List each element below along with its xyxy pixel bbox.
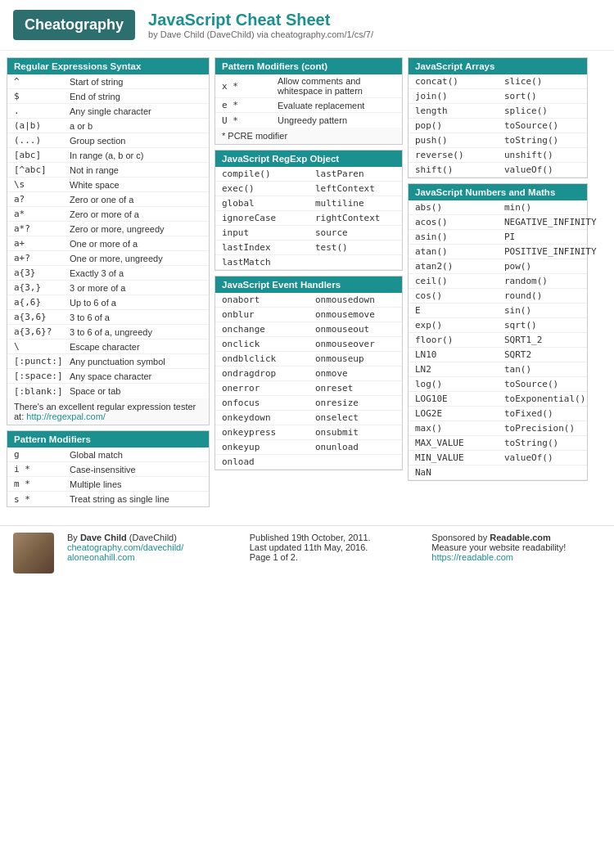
- table-row: a+?One or more, ungreedy: [7, 251, 209, 266]
- table-row: a?Zero or one of a: [7, 192, 209, 207]
- list-item: compile(): [215, 167, 309, 182]
- list-item: MIN_VALUE: [409, 451, 498, 465]
- list-item: onchange: [215, 322, 309, 337]
- list-item: onresize: [309, 396, 402, 411]
- row-key: (a|b): [14, 120, 70, 131]
- list-item: PI: [498, 230, 587, 245]
- js-numbers-body: abs()min()acos()NEGATIVE_INFINITYasin()P…: [409, 200, 587, 480]
- row-val: Global match: [70, 450, 202, 460]
- row-val: Any punctuation symbol: [70, 357, 202, 367]
- list-item: onmouseup: [309, 352, 402, 367]
- list-item: toExponential(): [498, 392, 587, 407]
- author-link-2[interactable]: aloneonahill.com: [67, 552, 237, 562]
- list-item: source: [309, 226, 402, 241]
- table-row: .Any single character: [7, 104, 209, 119]
- row-val: 3 to 6 of a, ungreedy: [70, 327, 202, 337]
- list-item: onabort: [215, 293, 309, 308]
- row-val: White space: [70, 180, 202, 190]
- list-item: tan(): [498, 362, 587, 377]
- table-row: $End of string: [7, 89, 209, 104]
- row-val: Case-insensitive: [70, 465, 202, 474]
- main-content: Regular Expressions Syntax ^Start of str…: [0, 51, 614, 519]
- list-item: lastMatch: [215, 255, 309, 270]
- row-val: Allow comments and whitespace in pattern: [278, 76, 395, 96]
- row-key: a+?: [14, 253, 70, 263]
- row-key: a{3}: [14, 268, 70, 278]
- js-arrays-section: JavaScript Arrays concat()slice()join()s…: [408, 57, 588, 178]
- list-item: onblur: [215, 308, 309, 322]
- pcre-note: * PCRE modifier: [215, 128, 402, 144]
- list-item: toString(): [498, 436, 587, 451]
- list-item: onkeyup: [215, 440, 309, 455]
- row-key: m *: [14, 479, 70, 489]
- row-val: End of string: [70, 92, 202, 101]
- js-numbers-header: JavaScript Numbers and Maths: [409, 184, 587, 200]
- list-item: reverse(): [409, 148, 498, 163]
- list-item: join(): [409, 89, 498, 104]
- list-item: onclick: [215, 337, 309, 352]
- table-row: i *Case-insensitive: [7, 462, 209, 477]
- list-item: exp(): [409, 318, 498, 333]
- list-item: sqrt(): [498, 318, 587, 333]
- table-row: \Escape character: [7, 340, 209, 354]
- header-text: JavaScript Cheat Sheet by Dave Child (Da…: [148, 11, 373, 39]
- list-item: push(): [409, 133, 498, 148]
- pattern-modifiers-cont-section: Pattern Modifiers (cont) x *Allow commen…: [214, 57, 403, 145]
- table-row: a{3}Exactly 3 of a: [7, 266, 209, 281]
- row-key: [:blank:]: [14, 386, 70, 397]
- list-item: onkeydown: [215, 411, 309, 425]
- table-row: a*?Zero or more, ungreedy: [7, 222, 209, 236]
- pattern-modifiers-cont-body: x *Allow comments and whitespace in patt…: [215, 74, 402, 128]
- list-item: splice(): [498, 104, 587, 119]
- row-key: .: [14, 106, 70, 116]
- row-val: One or more of a: [70, 239, 202, 249]
- list-item: LOG10E: [409, 392, 498, 407]
- row-key: a?: [14, 194, 70, 205]
- table-row: a{3,6}3 to 6 of a: [7, 310, 209, 325]
- list-item: LN10: [409, 348, 498, 362]
- row-key: a{3,6}?: [14, 326, 70, 337]
- row-val: Exactly 3 of a: [70, 268, 202, 278]
- avatar-image: [13, 533, 54, 573]
- regexp-object-header: JavaScript RegExp Object: [215, 151, 402, 167]
- list-item: floor(): [409, 333, 498, 348]
- list-item: pow(): [498, 259, 587, 274]
- row-key: e *: [222, 100, 278, 110]
- list-item: sort(): [498, 89, 587, 104]
- row-val: Evaluate replacement: [278, 101, 395, 110]
- table-row: a*Zero or more of a: [7, 207, 209, 222]
- regexpal-link[interactable]: http://regexpal.com/: [26, 412, 106, 421]
- published-date: Published 19th October, 2011.: [250, 533, 419, 542]
- list-item: toSource(): [498, 119, 587, 133]
- list-item: ignoreCase: [215, 211, 309, 226]
- list-item: min(): [498, 200, 587, 215]
- list-item: ceil(): [409, 274, 498, 289]
- row-val: Escape character: [70, 342, 202, 352]
- column-3: JavaScript Arrays concat()slice()join()s…: [408, 57, 588, 486]
- sponsor-label: Sponsored by Readable.com: [431, 533, 601, 542]
- list-item: onsubmit: [309, 425, 402, 440]
- js-arrays-body: concat()slice()join()sort()lengthsplice(…: [409, 74, 587, 178]
- row-key: a+: [14, 238, 70, 249]
- regexp-object-body: compile()lastParenexec()leftContextgloba…: [215, 167, 402, 270]
- row-key: a*: [14, 209, 70, 219]
- row-val: 3 or more of a: [70, 283, 202, 293]
- regex-note: There's an excellent regular expression …: [7, 398, 209, 425]
- page-title: JavaScript Cheat Sheet: [148, 11, 373, 29]
- row-val: Zero or more, ungreedy: [70, 224, 202, 234]
- list-item: slice(): [498, 74, 587, 89]
- table-row: s *Treat string as single line: [7, 492, 209, 506]
- list-item: toString(): [498, 133, 587, 148]
- list-item: round(): [498, 289, 587, 304]
- table-row: [:space:]Any space character: [7, 369, 209, 384]
- author-link-1[interactable]: cheatography.com/davechild/: [67, 542, 237, 552]
- table-row: a{3,6}?3 to 6 of a, ungreedy: [7, 325, 209, 340]
- row-key: ^: [14, 76, 70, 87]
- list-item: abs(): [409, 200, 498, 215]
- sponsor-link[interactable]: https://readable.com: [431, 552, 601, 562]
- pattern-modifiers-section: Pattern Modifiers gGlobal matchi *Case-i…: [7, 430, 210, 507]
- row-key: s *: [14, 494, 70, 505]
- row-val: a or b: [70, 121, 202, 131]
- sponsor-tagline: Measure your website readability!: [431, 542, 601, 552]
- regexp-object-section: JavaScript RegExp Object compile()lastPa…: [214, 150, 403, 271]
